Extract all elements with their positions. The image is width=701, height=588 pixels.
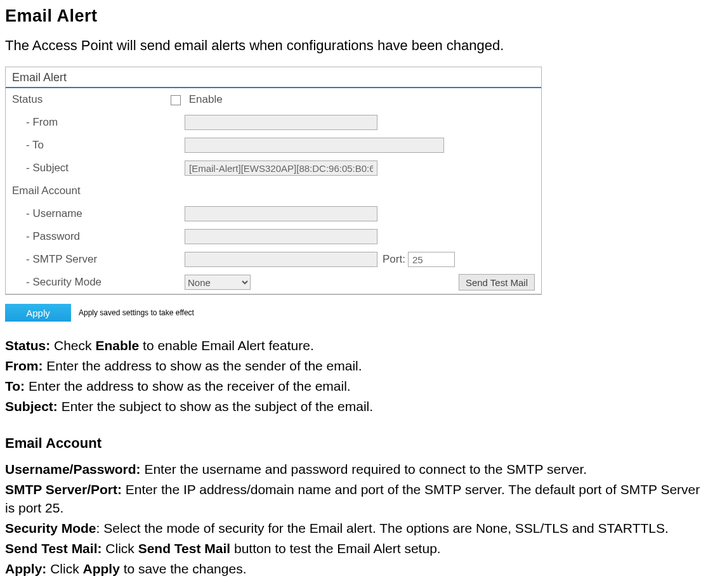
panel-title: Email Alert (6, 67, 541, 87)
desc-from: From: Enter the address to show as the s… (5, 357, 701, 376)
desc-subject: Subject: Enter the subject to show as th… (5, 398, 701, 416)
desc-username-password: Username/Password: Enter the username an… (5, 461, 701, 479)
from-label: - From (12, 116, 185, 129)
account-label: Email Account (12, 185, 81, 197)
subject-label: - Subject (12, 162, 185, 174)
apply-bar: Apply Apply saved settings to take effec… (5, 304, 701, 322)
security-row: - Security Mode None Send Test Mail (6, 271, 541, 294)
desc-to: To: Enter the address to show as the rec… (5, 377, 701, 396)
panel-bottom-divider (6, 294, 541, 294)
account-row: Email Account (6, 180, 541, 202)
enable-label: Enable (189, 93, 223, 105)
smtp-server-input[interactable] (185, 252, 377, 267)
smtp-label: - SMTP Server (12, 253, 185, 266)
status-row: Status Enable (6, 88, 541, 111)
desc-status: Status: Check Enable to enable Email Ale… (5, 337, 701, 355)
username-label: - Username (12, 207, 185, 220)
desc-send-test: Send Test Mail: Click Send Test Mail but… (5, 540, 701, 558)
status-label: Status (12, 93, 171, 106)
to-input[interactable] (185, 138, 444, 153)
desc-smtp-port: SMTP Server/Port: Enter the IP address/d… (5, 481, 701, 518)
email-alert-panel: Email Alert Status Enable - From - To - … (5, 67, 542, 295)
port-label: Port: (383, 253, 405, 266)
security-mode-select[interactable]: None (185, 275, 251, 290)
username-row: - Username (6, 202, 541, 225)
to-label: - To (12, 139, 185, 152)
subject-input[interactable] (185, 160, 377, 176)
from-input[interactable] (185, 115, 377, 130)
smtp-row: - SMTP Server Port: (6, 248, 541, 271)
from-row: - From (6, 111, 541, 134)
apply-note: Apply saved settings to take effect (79, 308, 194, 317)
port-input[interactable] (408, 252, 455, 267)
password-row: - Password (6, 225, 541, 248)
enable-checkbox[interactable] (171, 95, 181, 105)
account-descriptions: Username/Password: Enter the username an… (5, 461, 701, 578)
email-account-heading: Email Account (5, 435, 701, 452)
apply-button[interactable]: Apply (5, 304, 71, 322)
subject-row: - Subject (6, 157, 541, 180)
username-input[interactable] (185, 206, 377, 221)
security-label: - Security Mode (12, 276, 185, 289)
intro-text: The Access Point will send email alerts … (5, 37, 701, 54)
to-row: - To (6, 134, 541, 157)
desc-apply: Apply: Click Apply to save the changes. (5, 560, 701, 578)
send-test-mail-button[interactable]: Send Test Mail (459, 274, 535, 291)
field-descriptions: Status: Check Enable to enable Email Ale… (5, 337, 701, 416)
password-label: - Password (12, 230, 185, 243)
password-input[interactable] (185, 229, 377, 244)
enable-wrap: Enable (171, 93, 223, 106)
page-title: Email Alert (5, 6, 701, 26)
desc-security-mode: Security Mode: Select the mode of securi… (5, 519, 701, 538)
